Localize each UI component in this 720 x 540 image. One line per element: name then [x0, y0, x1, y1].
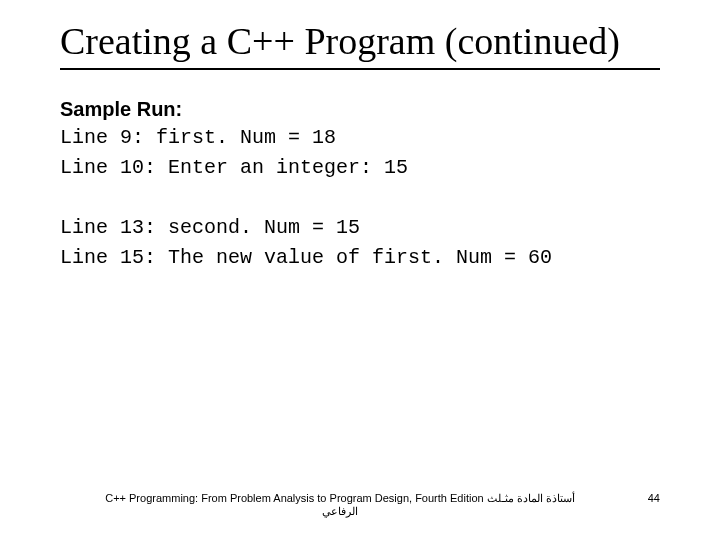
code-block-2: Line 13: second. Num = 15 Line 15: The n…: [60, 213, 660, 273]
footer-line2: الرفاعي: [322, 505, 358, 517]
code-block-1: Line 9: first. Num = 18 Line 10: Enter a…: [60, 123, 660, 183]
footer-line1: C++ Programming: From Problem Analysis t…: [105, 492, 575, 504]
slide: Creating a C++ Program (continued) Sampl…: [0, 0, 720, 540]
spacer: [60, 183, 660, 213]
slide-title: Creating a C++ Program (continued): [60, 20, 660, 70]
footer: C++ Programming: From Problem Analysis t…: [0, 492, 720, 518]
footer-text: C++ Programming: From Problem Analysis t…: [60, 492, 620, 518]
page-number: 44: [620, 492, 660, 504]
sample-run-label: Sample Run:: [60, 98, 660, 121]
